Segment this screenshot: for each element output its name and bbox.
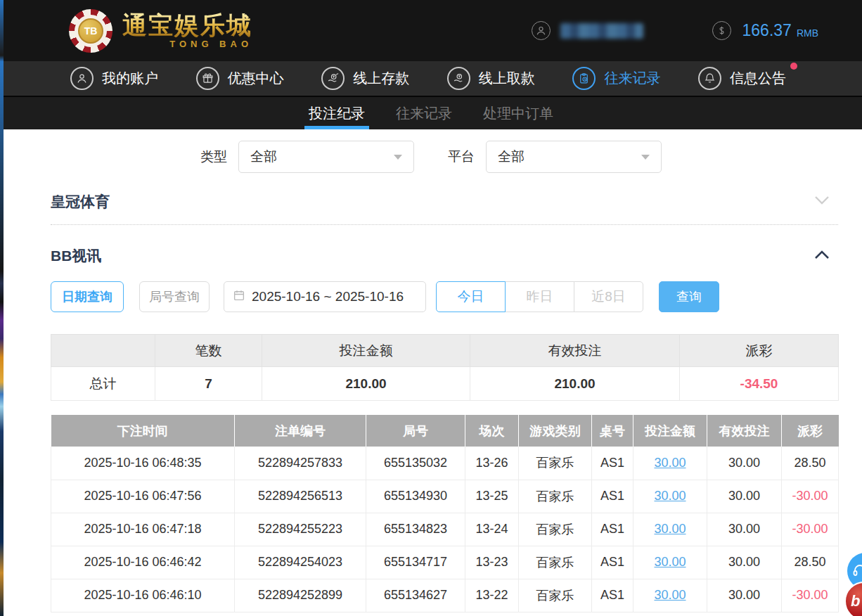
round-query-button[interactable]: 局号查询 <box>139 281 210 312</box>
order-number: 522894257833 <box>235 447 366 480</box>
records-icon <box>572 67 596 90</box>
search-button[interactable]: 查询 <box>659 281 719 312</box>
withdraw-icon <box>447 67 470 90</box>
nav-label: 信息公告 <box>730 69 786 88</box>
desktop-edge-strip <box>0 0 4 616</box>
nav-label: 往来记录 <box>604 69 660 88</box>
col-header: 注单编号 <box>235 415 366 447</box>
balance-group[interactable]: 166.37 RMB <box>712 21 818 40</box>
date-range-input[interactable]: 2025-10-16 ~ 2025-10-16 <box>224 281 426 312</box>
platform-filter-label: 平台 <box>448 148 475 166</box>
nav-item-records[interactable]: 往来记录 <box>572 67 660 90</box>
tab-transaction-records[interactable]: 往来记录 <box>394 97 453 129</box>
col-header: 局号 <box>366 415 465 447</box>
today-button[interactable]: 今日 <box>436 281 506 312</box>
summary-total-row: 总计 7 210.00 210.00 -34.50 <box>51 367 839 401</box>
platform-select-value: 全部 <box>498 148 525 166</box>
bet-time: 2025-10-16 06:48:35 <box>51 447 235 480</box>
game-type: 百家乐 <box>519 579 592 612</box>
quick-date-group: 今日 昨日 近8日 <box>436 281 643 312</box>
game-type: 百家乐 <box>519 480 592 513</box>
col-header: 有效投注 <box>707 415 782 447</box>
round-number: 655134823 <box>366 513 465 546</box>
payout: -30.00 <box>782 513 839 546</box>
bet-time: 2025-10-16 06:46:10 <box>51 579 235 612</box>
order-number: 522894252899 <box>235 579 366 612</box>
record-subtabs: 投注纪录 往来记录 处理中订单 <box>0 96 862 129</box>
table-row: 2025-10-16 06:46:42 522894254023 6551347… <box>51 546 839 579</box>
chevron-up-icon[interactable] <box>814 250 830 262</box>
type-filter-label: 类型 <box>200 148 227 166</box>
section-title: 皇冠体育 <box>51 192 110 212</box>
summary-header-row: 笔数 投注金额 有效投注 派彩 <box>51 335 839 367</box>
col-header: 场次 <box>465 415 519 447</box>
username-redacted[interactable] <box>560 23 643 39</box>
query-controls: 日期查询 局号查询 2025-10-16 ~ 2025-10-16 今日 昨日 … <box>51 281 838 312</box>
nav-item-withdraw[interactable]: 线上取款 <box>447 67 535 90</box>
valid-bet: 30.00 <box>707 579 782 612</box>
user-avatar-icon[interactable] <box>532 21 551 40</box>
order-number: 522894254023 <box>235 546 366 579</box>
bet-amount-link[interactable]: 30.00 <box>654 522 686 536</box>
nav-item-promotions[interactable]: 优惠中心 <box>196 67 284 90</box>
tab-pending-orders[interactable]: 处理中订单 <box>482 97 555 129</box>
bell-icon <box>698 67 721 90</box>
round-number: 655134627 <box>366 579 465 612</box>
platform-select[interactable]: 全部 <box>486 141 662 173</box>
payout: 28.50 <box>782 447 839 480</box>
date-query-button[interactable]: 日期查询 <box>51 281 124 312</box>
game-type: 百家乐 <box>519 447 592 480</box>
bet-time: 2025-10-16 06:47:56 <box>51 480 235 513</box>
gift-icon <box>196 67 219 90</box>
logo-title: 通宝娱乐城 <box>122 13 252 37</box>
col-header: 桌号 <box>592 415 633 447</box>
brand-letter: b <box>851 592 860 610</box>
site-logo[interactable]: TB 通宝娱乐城 TONG BAO <box>69 9 252 53</box>
payout: -30.00 <box>782 480 839 513</box>
chevron-down-icon <box>394 155 402 160</box>
table-number: AS1 <box>592 447 633 480</box>
content-area: 类型 全部 平台 全部 皇冠体育 BB视讯 日期查询 局号查询 2025-10-… <box>0 141 862 612</box>
bet-amount-link[interactable]: 30.00 <box>654 489 686 503</box>
bet-amount-link[interactable]: 30.00 <box>654 555 686 569</box>
casino-chip-icon: TB <box>69 9 112 53</box>
chevron-down-icon[interactable] <box>814 195 830 208</box>
table-header-row: 下注时间 注单编号 局号 场次 游戏类别 桌号 投注金额 有效投注 派彩 <box>51 415 839 447</box>
game-type: 百家乐 <box>519 513 592 546</box>
summary-valid-bet: 210.00 <box>470 367 680 401</box>
nav-item-deposit[interactable]: 线上存款 <box>321 67 409 90</box>
section-bb-video[interactable]: BB视讯 <box>51 246 838 266</box>
nav-label: 线上取款 <box>479 69 535 88</box>
nav-item-announcements[interactable]: 信息公告 <box>698 67 786 90</box>
table-row: 2025-10-16 06:47:56 522894256513 6551349… <box>51 480 839 513</box>
session: 13-23 <box>465 546 519 579</box>
bet-time: 2025-10-16 06:47:18 <box>51 513 235 546</box>
session: 13-24 <box>465 513 519 546</box>
section-divider <box>51 224 838 225</box>
last8days-button[interactable]: 近8日 <box>574 281 643 312</box>
summary-header: 投注金额 <box>262 335 470 367</box>
valid-bet: 30.00 <box>707 513 782 546</box>
table-row: 2025-10-16 06:46:10 522894252899 6551346… <box>51 579 839 612</box>
nav-label: 我的账户 <box>102 69 158 88</box>
nav-item-my-account[interactable]: 我的账户 <box>70 67 158 90</box>
session: 13-25 <box>465 480 519 513</box>
table-number: AS1 <box>592 480 633 513</box>
filter-row: 类型 全部 平台 全部 <box>51 141 838 173</box>
bet-amount-link[interactable]: 30.00 <box>654 456 686 470</box>
yesterday-button[interactable]: 昨日 <box>505 281 574 312</box>
top-bar: TB 通宝娱乐城 TONG BAO 166.37 RMB <box>0 0 862 61</box>
balance-amount: 166.37 <box>742 21 792 40</box>
section-crown-sports[interactable]: 皇冠体育 <box>51 192 838 212</box>
type-select-value: 全部 <box>250 148 277 166</box>
summary-header: 笔数 <box>155 335 262 367</box>
summary-total-label: 总计 <box>51 367 155 401</box>
user-icon <box>70 67 94 90</box>
summary-header: 派彩 <box>680 335 839 367</box>
bet-amount-link[interactable]: 30.00 <box>654 588 686 602</box>
bet-records-table: 下注时间 注单编号 局号 场次 游戏类别 桌号 投注金额 有效投注 派彩 202… <box>51 415 839 612</box>
summary-table: 笔数 投注金额 有效投注 派彩 总计 7 210.00 210.00 -34.5… <box>51 334 839 401</box>
tab-bet-records[interactable]: 投注纪录 <box>307 97 366 129</box>
type-select[interactable]: 全部 <box>238 141 414 173</box>
col-header: 投注金额 <box>633 415 707 447</box>
